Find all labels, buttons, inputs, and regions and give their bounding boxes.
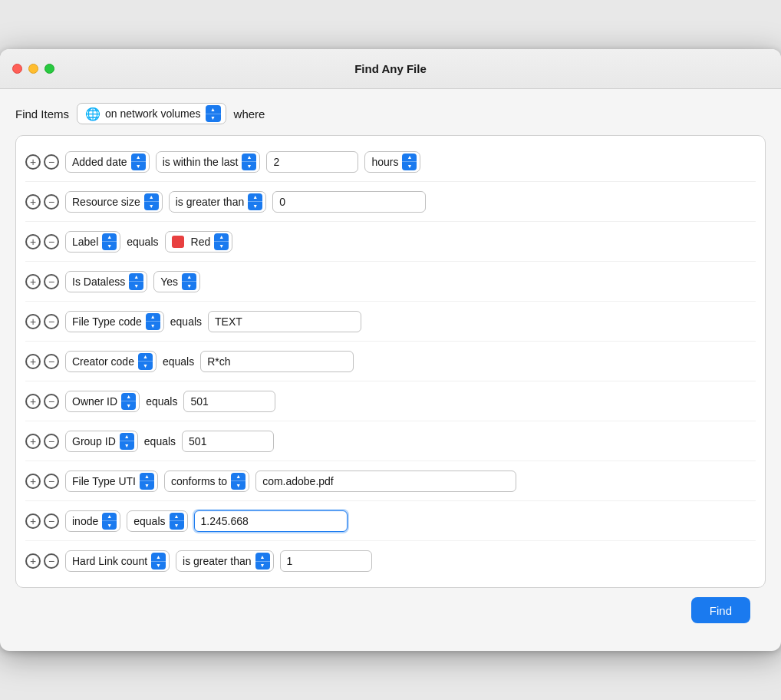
op-stepper-down[interactable]: ▼ bbox=[255, 562, 270, 570]
op-stepper-down[interactable]: ▼ bbox=[231, 481, 246, 490]
remove-criteria-button[interactable]: − bbox=[44, 394, 59, 409]
field-stepper-up[interactable]: ▲ bbox=[131, 154, 146, 162]
operator-select[interactable]: is greater than ▲ ▼ bbox=[169, 191, 267, 213]
field-stepper[interactable]: ▲ ▼ bbox=[129, 273, 143, 290]
remove-criteria-button[interactable]: − bbox=[44, 154, 59, 170]
field-stepper[interactable]: ▲ ▼ bbox=[151, 553, 166, 570]
field-stepper-up[interactable]: ▲ bbox=[129, 273, 143, 282]
field-stepper-down[interactable]: ▼ bbox=[131, 162, 146, 170]
color-stepper[interactable]: ▲ ▼ bbox=[214, 233, 229, 250]
remove-criteria-button[interactable]: − bbox=[44, 274, 59, 289]
op-stepper-up[interactable]: ▲ bbox=[242, 154, 256, 162]
remove-criteria-button[interactable]: − bbox=[44, 354, 59, 369]
value-input[interactable] bbox=[182, 431, 274, 452]
field-select[interactable]: Added date ▲ ▼ bbox=[65, 151, 150, 173]
field-stepper-down[interactable]: ▼ bbox=[129, 282, 143, 290]
operator-stepper[interactable]: ▲ ▼ bbox=[255, 553, 270, 570]
field-stepper-down[interactable]: ▼ bbox=[151, 562, 166, 570]
operator-select[interactable]: is within the last ▲ ▼ bbox=[156, 151, 261, 173]
time-unit-stepper[interactable]: ▲ ▼ bbox=[402, 154, 417, 170]
op-stepper-up[interactable]: ▲ bbox=[170, 513, 184, 521]
op-stepper-up[interactable]: ▲ bbox=[248, 193, 262, 202]
close-button[interactable] bbox=[12, 64, 22, 74]
field-stepper-down[interactable]: ▼ bbox=[140, 481, 154, 490]
value-input[interactable] bbox=[183, 391, 275, 412]
field-stepper-down[interactable]: ▼ bbox=[102, 521, 117, 530]
add-criteria-button[interactable]: + bbox=[25, 474, 41, 489]
c-stepper-down[interactable]: ▼ bbox=[214, 242, 229, 250]
value-input[interactable] bbox=[255, 471, 516, 492]
field-stepper[interactable]: ▲ ▼ bbox=[102, 233, 117, 250]
op-stepper-down[interactable]: ▼ bbox=[242, 162, 256, 170]
field-stepper-up[interactable]: ▲ bbox=[138, 353, 153, 362]
field-select[interactable]: Hard Link count ▲ ▼ bbox=[65, 550, 170, 572]
field-stepper[interactable]: ▲ ▼ bbox=[121, 393, 136, 410]
add-criteria-button[interactable]: + bbox=[25, 553, 41, 569]
field-select[interactable]: Group ID ▲ ▼ bbox=[65, 431, 138, 452]
operator-stepper[interactable]: ▲ ▼ bbox=[242, 154, 256, 170]
value-input[interactable] bbox=[194, 510, 348, 532]
remove-criteria-button[interactable]: − bbox=[44, 474, 59, 489]
operator-stepper[interactable]: ▲ ▼ bbox=[231, 473, 246, 490]
value-input[interactable] bbox=[280, 550, 372, 572]
add-criteria-button[interactable]: + bbox=[25, 274, 41, 289]
field-select[interactable]: Owner ID ▲ ▼ bbox=[65, 391, 140, 412]
boolean-select[interactable]: Yes ▲ ▼ bbox=[153, 271, 200, 292]
op-stepper-up[interactable]: ▲ bbox=[255, 553, 270, 561]
b-stepper-up[interactable]: ▲ bbox=[182, 273, 196, 282]
stepper-up-icon[interactable]: ▲ bbox=[206, 105, 221, 114]
remove-criteria-button[interactable]: − bbox=[44, 194, 59, 210]
field-stepper[interactable]: ▲ ▼ bbox=[131, 154, 146, 170]
operator-stepper[interactable]: ▲ ▼ bbox=[248, 193, 262, 210]
minimize-button[interactable] bbox=[28, 64, 38, 74]
maximize-button[interactable] bbox=[44, 64, 54, 74]
field-stepper-up[interactable]: ▲ bbox=[102, 513, 117, 521]
field-stepper-down[interactable]: ▼ bbox=[102, 242, 117, 250]
field-stepper-down[interactable]: ▼ bbox=[121, 401, 136, 410]
c-stepper-up[interactable]: ▲ bbox=[214, 233, 229, 242]
label-color-select[interactable]: Red ▲ ▼ bbox=[165, 231, 233, 253]
bool-stepper[interactable]: ▲ ▼ bbox=[182, 273, 196, 290]
value-input[interactable] bbox=[208, 311, 361, 332]
field-select[interactable]: Is Dataless ▲ ▼ bbox=[65, 271, 147, 292]
field-stepper-down[interactable]: ▼ bbox=[146, 322, 160, 330]
location-select[interactable]: 🌐 on network volumes ▲ ▼ bbox=[77, 103, 226, 124]
b-stepper-down[interactable]: ▼ bbox=[182, 282, 196, 290]
add-criteria-button[interactable]: + bbox=[25, 354, 41, 369]
field-stepper[interactable]: ▲ ▼ bbox=[120, 433, 134, 450]
field-select[interactable]: File Type code ▲ ▼ bbox=[65, 311, 164, 332]
field-stepper-up[interactable]: ▲ bbox=[151, 553, 166, 561]
field-stepper[interactable]: ▲ ▼ bbox=[140, 473, 154, 490]
add-criteria-button[interactable]: + bbox=[25, 194, 41, 210]
find-button[interactable]: Find bbox=[691, 597, 750, 623]
remove-criteria-button[interactable]: − bbox=[44, 314, 59, 329]
add-criteria-button[interactable]: + bbox=[25, 513, 41, 529]
field-stepper[interactable]: ▲ ▼ bbox=[146, 313, 160, 330]
op-stepper-down[interactable]: ▼ bbox=[170, 521, 184, 530]
field-stepper-up[interactable]: ▲ bbox=[144, 193, 159, 202]
field-stepper-up[interactable]: ▲ bbox=[102, 233, 117, 242]
field-stepper-down[interactable]: ▼ bbox=[144, 202, 159, 210]
add-criteria-button[interactable]: + bbox=[25, 434, 41, 449]
op-stepper-down[interactable]: ▼ bbox=[248, 202, 262, 210]
value-input[interactable] bbox=[200, 351, 354, 372]
op-stepper-up[interactable]: ▲ bbox=[231, 473, 246, 481]
remove-criteria-button[interactable]: − bbox=[44, 553, 59, 569]
add-criteria-button[interactable]: + bbox=[25, 234, 41, 249]
field-select[interactable]: Label ▲ ▼ bbox=[65, 231, 120, 253]
field-stepper[interactable]: ▲ ▼ bbox=[144, 193, 159, 210]
tu-stepper-up[interactable]: ▲ bbox=[402, 154, 417, 162]
field-stepper-up[interactable]: ▲ bbox=[121, 393, 136, 401]
field-stepper-down[interactable]: ▼ bbox=[138, 362, 153, 370]
field-stepper-up[interactable]: ▲ bbox=[140, 473, 154, 481]
remove-criteria-button[interactable]: − bbox=[44, 434, 59, 449]
field-select[interactable]: Resource size ▲ ▼ bbox=[65, 191, 163, 213]
field-stepper[interactable]: ▲ ▼ bbox=[138, 353, 153, 370]
remove-criteria-button[interactable]: − bbox=[44, 234, 59, 249]
operator-stepper[interactable]: ▲ ▼ bbox=[170, 513, 184, 530]
field-select[interactable]: Creator code ▲ ▼ bbox=[65, 351, 157, 372]
field-select[interactable]: inode ▲ ▼ bbox=[65, 510, 120, 532]
add-criteria-button[interactable]: + bbox=[25, 314, 41, 329]
time-unit-select[interactable]: hours ▲ ▼ bbox=[364, 151, 420, 173]
operator-select[interactable]: is greater than ▲ ▼ bbox=[176, 550, 274, 572]
